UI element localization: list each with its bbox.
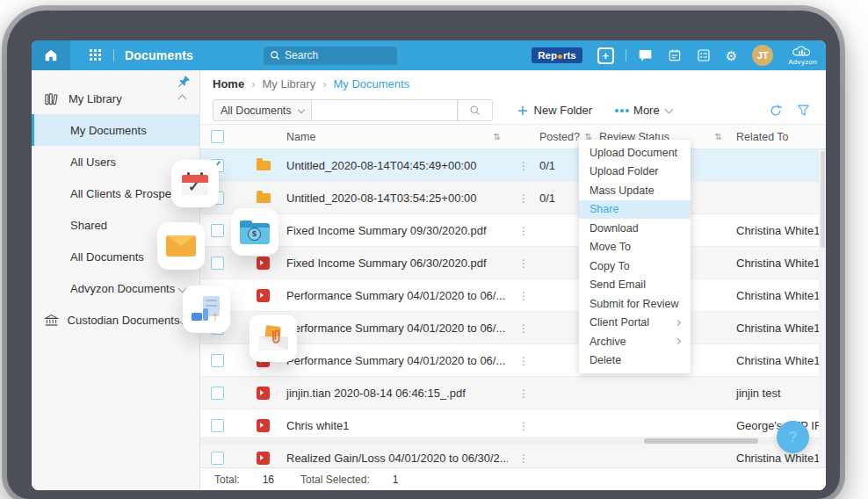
brand-logo[interactable]: Advyzon: [788, 46, 817, 66]
vertical-scrollbar[interactable]: [819, 149, 826, 467]
row-checkbox[interactable]: [211, 354, 224, 367]
floating-card: $: [231, 208, 278, 256]
more-button[interactable]: More: [615, 104, 672, 117]
kebab-menu-icon[interactable]: [518, 387, 529, 400]
table-row[interactable]: Realized Gain/Loss 04/01/2020 to 06/30/2…: [200, 442, 826, 467]
context-menu-item[interactable]: Mass Update: [579, 181, 691, 200]
document-name[interactable]: Performance Summary 04/01/2020 to 06/...: [286, 354, 505, 367]
context-menu-item[interactable]: Submit for Review: [579, 294, 691, 314]
gear-icon[interactable]: ⚙: [726, 49, 737, 62]
column-header-related-to[interactable]: Related To: [736, 131, 789, 143]
row-checkbox[interactable]: [211, 257, 224, 270]
kebab-menu-icon[interactable]: [518, 289, 529, 302]
context-menu-item-label: Send Email: [590, 278, 646, 291]
document-name[interactable]: Fixed Income Summary 09/30/2020.pdf: [286, 224, 487, 237]
context-menu-item-label: Share: [590, 203, 618, 215]
pin-icon[interactable]: [177, 75, 191, 91]
filter-search-button[interactable]: [458, 99, 493, 121]
global-search-input[interactable]: [285, 49, 381, 61]
kebab-menu-icon[interactable]: [518, 322, 529, 335]
home-button[interactable]: [32, 40, 70, 70]
table-row[interactable]: Performance Summary 04/01/2020 to 06/...…: [200, 279, 826, 312]
chat-icon[interactable]: [638, 48, 653, 62]
reports-button[interactable]: Reprts: [532, 47, 582, 63]
table-row[interactable]: Untitled_2020-08-14T03:54:25+00:00 0/1: [200, 182, 826, 214]
column-header-posted[interactable]: Posted?: [539, 131, 580, 143]
chevron-icon[interactable]: [178, 94, 187, 103]
row-checkbox[interactable]: [211, 419, 224, 432]
quick-add-button[interactable]: +: [597, 47, 614, 64]
sidebar-item[interactable]: Advyzon Documents: [32, 272, 199, 304]
row-checkbox[interactable]: [211, 452, 224, 465]
table-row[interactable]: jinjin.tian 2020-08-14 06:46:15_.pdf jin…: [200, 377, 826, 409]
related-to-value[interactable]: Christina White1: [736, 322, 820, 335]
related-to-value[interactable]: Christina White1: [736, 354, 820, 367]
kebab-menu-icon[interactable]: [518, 452, 529, 465]
kebab-menu-icon[interactable]: [518, 419, 529, 432]
scrollbar-thumb[interactable]: [644, 438, 758, 444]
app-window: Documents Reprts +: [32, 40, 826, 490]
sidebar-item[interactable]: Custodian Documents: [32, 304, 199, 336]
context-menu-item[interactable]: Archive: [579, 332, 691, 351]
related-to-value[interactable]: jinjin test: [736, 387, 781, 400]
sort-icon[interactable]: [494, 132, 501, 141]
scrollbar-thumb[interactable]: [821, 151, 825, 248]
apps-grid-icon[interactable]: [90, 49, 103, 62]
context-menu-item[interactable]: Delete: [579, 351, 691, 371]
related-to-value[interactable]: Christina White1: [736, 289, 820, 302]
document-name[interactable]: Chris white1: [286, 419, 350, 432]
calendar-icon[interactable]: [668, 48, 682, 62]
context-menu-item[interactable]: Upload Folder: [579, 163, 691, 182]
refresh-icon[interactable]: [769, 104, 783, 118]
context-menu-item[interactable]: Copy To: [579, 257, 691, 276]
context-menu-item[interactable]: Share: [579, 200, 691, 220]
help-button[interactable]: ?: [777, 421, 809, 453]
breadcrumb-home[interactable]: Home: [213, 77, 244, 90]
sidebar-item[interactable]: My Library: [32, 83, 199, 114]
filter-funnel-icon[interactable]: [797, 104, 810, 117]
table-row[interactable]: Untitled_2020-08-14T04:45:49+00:00 0/1: [200, 149, 826, 182]
related-to-value[interactable]: Christina White1: [736, 452, 820, 465]
row-checkbox[interactable]: [211, 387, 224, 400]
document-name[interactable]: Realized Gain/Loss 04/01/2020 to 06/30/2…: [286, 452, 508, 465]
related-to-value[interactable]: Christina White1: [736, 257, 820, 270]
document-name[interactable]: Performance Summary 04/01/2020 to 06/...: [286, 289, 505, 302]
document-name[interactable]: jinjin.tian 2020-08-14 06:46:15_.pdf: [286, 387, 466, 400]
context-menu-item[interactable]: Move To: [579, 238, 691, 257]
kebab-menu-icon[interactable]: [518, 159, 529, 172]
checklist-icon[interactable]: [697, 48, 711, 62]
context-menu-item[interactable]: Send Email: [579, 276, 691, 295]
context-menu-item-label: Mass Update: [590, 184, 655, 197]
new-folder-button[interactable]: New Folder: [517, 104, 592, 117]
global-search[interactable]: [264, 47, 397, 65]
filter-search-input[interactable]: [312, 99, 458, 121]
context-menu-item-label: Download: [590, 222, 639, 235]
breadcrumb-current[interactable]: My Documents: [334, 77, 410, 90]
kebab-menu-icon[interactable]: [518, 354, 529, 367]
breadcrumb-library[interactable]: My Library: [262, 77, 315, 90]
plus-icon: [517, 105, 528, 116]
kebab-menu-icon[interactable]: [518, 224, 529, 237]
horizontal-scrollbar[interactable]: [200, 437, 819, 445]
document-name[interactable]: Performance Summary 04/01/2020 to 06/...: [286, 322, 505, 335]
avatar[interactable]: JT: [752, 45, 773, 66]
table-row[interactable]: Fixed Income Summary 09/30/2020.pdf Chri…: [200, 214, 826, 247]
document-name[interactable]: Fixed Income Summary 06/30/2020.pdf: [286, 257, 487, 270]
context-menu-item[interactable]: Download: [579, 219, 691, 238]
document-name[interactable]: Untitled_2020-08-14T03:54:25+00:00: [286, 192, 476, 205]
table-row[interactable]: Fixed Income Summary 06/30/2020.pdf Chri…: [200, 247, 826, 279]
sort-icon[interactable]: [715, 132, 722, 141]
kebab-menu-icon[interactable]: [518, 257, 529, 270]
sidebar-item-label: All Documents: [70, 250, 144, 264]
sidebar-item[interactable]: My Documents: [32, 114, 199, 146]
kebab-menu-icon[interactable]: [518, 192, 529, 205]
context-menu-item[interactable]: Upload Document: [579, 143, 691, 163]
row-checkbox[interactable]: [211, 224, 224, 237]
document-name[interactable]: Untitled_2020-08-14T04:45:49+00:00: [286, 159, 476, 172]
select-all-checkbox[interactable]: [211, 130, 224, 143]
related-to-value[interactable]: Christina White1: [736, 224, 820, 237]
document-filter-dropdown[interactable]: All Documents: [213, 99, 312, 121]
context-menu-item[interactable]: Client Portal: [579, 314, 691, 333]
folder-dollar-icon: $: [240, 221, 270, 244]
column-header-name[interactable]: Name: [286, 131, 315, 143]
